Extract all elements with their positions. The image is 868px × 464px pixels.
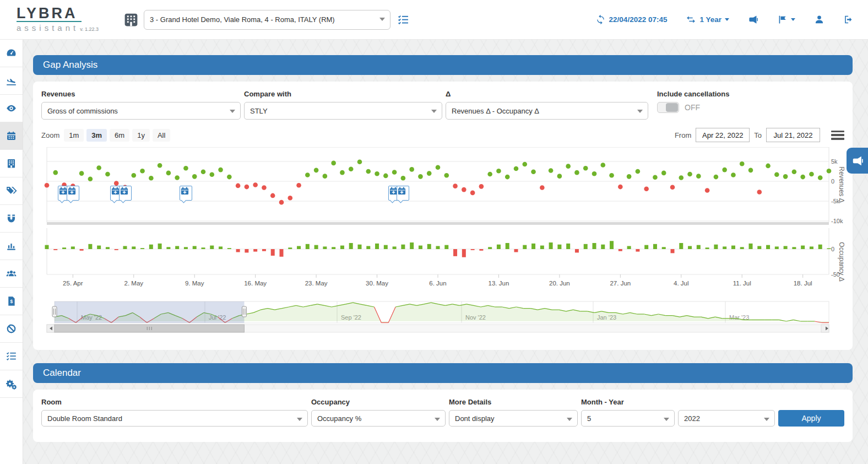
chart-menu-icon[interactable] — [831, 131, 844, 140]
revenue-delta-point[interactable] — [105, 172, 110, 177]
revenue-delta-point[interactable] — [383, 174, 388, 179]
revenue-delta-point[interactable] — [540, 185, 545, 190]
occupancy-delta-bar[interactable] — [184, 247, 188, 249]
room-select[interactable]: Double Room Standard — [41, 410, 308, 427]
occupancy-delta-bar[interactable] — [375, 244, 379, 249]
occupancy-delta-bar[interactable] — [453, 249, 457, 256]
occupancy-delta-bar[interactable] — [323, 246, 327, 249]
year-select[interactable]: 2022 — [678, 410, 775, 427]
occupancy-delta-bar[interactable] — [132, 246, 135, 249]
event-flag[interactable] — [67, 186, 79, 201]
occupancy-delta-bar[interactable] — [202, 247, 205, 249]
occupancy-delta-bar[interactable] — [340, 246, 344, 249]
occupancy-delta-bar[interactable] — [80, 249, 84, 251]
occupancy-delta-bar[interactable] — [723, 246, 726, 249]
occupancy-delta-bar[interactable] — [497, 245, 501, 249]
occupancy-delta-bar[interactable] — [297, 246, 301, 249]
announcements-side-tab[interactable] — [847, 148, 868, 174]
revenue-delta-point[interactable] — [287, 196, 292, 201]
revenue-delta-point[interactable] — [401, 176, 406, 181]
revenue-delta-point[interactable] — [453, 184, 458, 188]
sidebar-item-eye[interactable] — [0, 95, 23, 122]
revenue-delta-point[interactable] — [661, 171, 666, 176]
flag-selector[interactable] — [777, 14, 795, 25]
occupancy-delta-bar[interactable] — [158, 244, 162, 249]
occupancy-delta-bar[interactable] — [358, 245, 362, 249]
sidebar-item-invoice[interactable]: $ — [0, 288, 23, 315]
revenue-delta-point[interactable] — [96, 165, 101, 170]
occupancy-delta-bar[interactable] — [810, 246, 813, 249]
revenue-delta-point[interactable] — [549, 168, 554, 173]
revenue-delta-point[interactable] — [131, 173, 136, 178]
delta-select[interactable]: Revenues Δ - Occupancy Δ — [446, 102, 648, 120]
revenue-delta-point[interactable] — [296, 183, 301, 188]
occupancy-delta-bar[interactable] — [166, 247, 170, 249]
revenue-delta-point[interactable] — [357, 159, 362, 164]
occupancy-delta-bar[interactable] — [288, 247, 292, 249]
occupancy-delta-bar[interactable] — [410, 242, 414, 249]
occupancy-delta-bar[interactable] — [679, 243, 683, 249]
revenue-delta-point[interactable] — [227, 175, 232, 180]
revenue-delta-point[interactable] — [479, 184, 484, 189]
revenue-delta-point[interactable] — [818, 175, 823, 180]
sidebar-item-stats[interactable] — [0, 233, 23, 260]
cancellations-toggle[interactable] — [657, 102, 679, 113]
occupancy-delta-bar[interactable] — [766, 245, 770, 249]
event-flag[interactable] — [397, 186, 409, 201]
occupancy-delta-bar[interactable] — [384, 245, 388, 249]
revenue-delta-point[interactable] — [766, 164, 771, 169]
occupancy-delta-bar[interactable] — [531, 244, 535, 249]
occupancy-delta-bar[interactable] — [653, 244, 657, 249]
occupancy-delta-bar[interactable] — [227, 248, 231, 249]
revenue-delta-point[interactable] — [505, 175, 510, 180]
revenue-delta-point[interactable] — [792, 169, 797, 174]
occupancy-delta-bar[interactable] — [792, 247, 796, 249]
revenue-delta-point[interactable] — [731, 172, 736, 177]
occupancy-delta-bar[interactable] — [123, 246, 127, 249]
revenue-delta-point[interactable] — [800, 175, 805, 180]
occupancy-delta-bar[interactable] — [619, 249, 622, 251]
revenue-delta-point[interactable] — [783, 174, 788, 179]
navigator-handle[interactable] — [242, 306, 246, 317]
revenue-delta-point[interactable] — [270, 193, 275, 198]
revenue-delta-point[interactable] — [714, 175, 719, 180]
occupancy-delta-bar[interactable] — [271, 249, 275, 256]
occupancy-delta-bar[interactable] — [193, 246, 197, 249]
revenue-delta-point[interactable] — [323, 174, 328, 179]
revenue-delta-point[interactable] — [809, 172, 814, 177]
occupancy-delta-bar[interactable] — [575, 249, 579, 252]
revenue-delta-point[interactable] — [774, 172, 779, 177]
revenue-delta-point[interactable] — [45, 183, 50, 188]
revenue-delta-point[interactable] — [687, 172, 692, 177]
revenue-delta-point[interactable] — [609, 173, 614, 178]
to-date-input[interactable] — [766, 128, 820, 142]
revenue-delta-point[interactable] — [53, 170, 58, 175]
revenue-delta-point[interactable] — [696, 174, 701, 179]
revenue-delta-point[interactable] — [305, 172, 310, 177]
user-button[interactable] — [814, 14, 824, 25]
revenue-delta-point[interactable] — [679, 175, 683, 180]
revenue-delta-point[interactable] — [392, 170, 397, 175]
revenue-delta-point[interactable] — [470, 191, 475, 196]
revenue-delta-point[interactable] — [496, 169, 501, 174]
occupancy-delta-bar[interactable] — [775, 246, 779, 249]
occupancy-delta-bar[interactable] — [219, 246, 223, 249]
occupancy-delta-bar[interactable] — [506, 243, 509, 249]
revenue-delta-point[interactable] — [583, 166, 588, 171]
revenue-delta-point[interactable] — [592, 171, 597, 176]
occupancy-delta-bar[interactable] — [115, 249, 118, 250]
occupancy-delta-bar[interactable] — [427, 244, 431, 249]
occupancy-delta-bar[interactable] — [253, 249, 257, 252]
occupancy-delta-bar[interactable] — [444, 245, 448, 249]
period-selector[interactable]: 1 Year — [686, 14, 729, 25]
apply-button[interactable]: Apply — [778, 410, 844, 427]
occupancy-delta-bar[interactable] — [688, 246, 692, 249]
revenue-delta-point[interactable] — [166, 171, 171, 176]
revenue-delta-point[interactable] — [740, 161, 745, 166]
sidebar-item-users[interactable] — [0, 260, 23, 288]
revenue-delta-point[interactable] — [88, 176, 93, 181]
occupancy-delta-bar[interactable] — [419, 246, 422, 249]
revenue-delta-point[interactable] — [670, 185, 675, 190]
occupancy-delta-bar[interactable] — [393, 246, 397, 249]
occupancy-delta-bar[interactable] — [540, 246, 544, 249]
